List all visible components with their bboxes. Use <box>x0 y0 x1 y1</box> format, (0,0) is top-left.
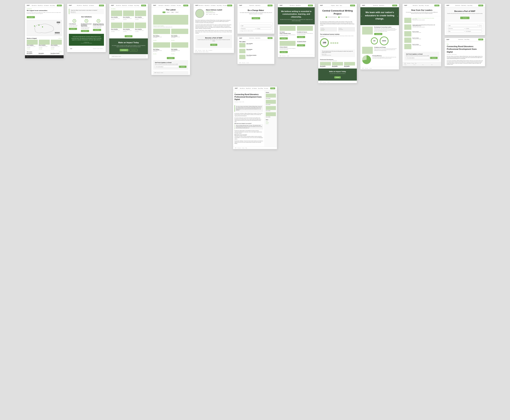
profile-org: National Writing Project <box>206 12 222 13</box>
screen-our-solutions: NWP Who We Are What We Do Our Network Do… <box>67 4 106 52</box>
stat-sites: 000 Sites <box>57 21 60 25</box>
nav-bar-14: NWP Who We Are Story & Blog Donate <box>445 38 485 41</box>
connecting-rural-header: Blog Connecting Rural Educators: Profess… <box>445 41 485 66</box>
related-item-3: Story Headline <box>266 106 276 111</box>
news-item: Blog Post Headline Story Headline Lorem … <box>171 42 188 55</box>
article-title: Connecting Rural Educators: Professional… <box>234 93 263 101</box>
news-grid: News Headline Story Headline Lorem ipsum… <box>151 29 190 55</box>
related-item-2: Story Headline <box>266 100 276 105</box>
quote-2: "I have been involved with the Connectic… <box>69 34 104 45</box>
quote-central-ct: "The most important lesson? Not only are… <box>320 49 355 57</box>
share-label: Share <box>266 119 276 120</box>
nwp-form: ■ Engage■ Connect <box>445 22 485 35</box>
we-believe-hero: We believe writing is essential to commu… <box>278 7 315 24</box>
stat-circle-2: 00000 <box>380 37 389 45</box>
screen-central-ct: NWP Programs Stories About Donate Centra… <box>318 4 357 83</box>
share-facebook[interactable]: Facebook <box>266 122 276 123</box>
load-more-latest-btn[interactable]: Load More <box>167 57 175 59</box>
profile-bio: Elyse Eidman-Aadahl directs the National… <box>194 20 234 35</box>
change-maker-section: Be a Change Maker Your donation helps te… <box>238 7 274 22</box>
make-impact-bottom-ct: Make an Impact Today Lorem ipsum dolor s… <box>318 68 357 81</box>
news-item-1: News HeadlineMonth 00 000 <box>239 43 272 47</box>
stat-circle-1: 000 <box>371 37 378 45</box>
canvas: NWP Who We Are What We Do Our Network St… <box>0 0 510 420</box>
news-item: News Headline Story Headline Lorem ipsum… <box>153 29 170 41</box>
nav-bar-12: NWP Who We Are Story & Blog The Latest D… <box>403 4 441 7</box>
central-ct-header: Central Connecticut Writing Project Prof… <box>318 7 357 20</box>
carousel-next[interactable]: › <box>397 15 398 17</box>
nav-bar-11: NWP Who We Are What We Do Donate <box>360 4 399 7</box>
latest-item: News Headline Month 00 000 <box>27 53 38 54</box>
column-group-2: NWP Who We Are What We Do Story & Blog D… <box>444 4 485 66</box>
load-more-btn[interactable]: Load More <box>125 35 132 37</box>
feature-item: Foundation for Success Lorem ipsum dolor… <box>297 26 313 39</box>
donate-btn-5[interactable]: Donate <box>183 5 188 6</box>
donate-btn-3[interactable]: Donate <box>141 5 146 6</box>
feature-item: A Diverse Network Lorem ipsum dolor sit … <box>280 41 296 53</box>
news-item: News Headline Story Headline Lorem ipsum… <box>153 42 170 55</box>
article-sidebar: Related Story Headline Story Headline St… <box>265 90 277 147</box>
profile-title: Executive Director <box>206 11 222 12</box>
screen-profile: NWP Who We Are What We Do Our Network St… <box>193 4 234 53</box>
screen-change-maker: NWP Who We Are What We Do Donate Be a Ch… <box>237 4 275 34</box>
nav-bar-6: NWP Who We Are What We Do Our Network St… <box>194 4 234 7</box>
donate-btn-14[interactable]: Donate <box>478 39 483 40</box>
email-signup-input[interactable] <box>406 57 429 59</box>
donate-btn-1[interactable]: Donate <box>57 5 62 6</box>
featured-content: Featured Content Headline Lorem ipsum do… <box>151 15 190 29</box>
column-group-1: NWP Who We Are What We Do Donate Be a Ch… <box>237 4 275 64</box>
hear-leaders-header: Hear from Our Leaders From local sites t… <box>403 7 441 16</box>
donate-btn-2[interactable]: Donate <box>99 5 104 6</box>
donate-btn-12[interactable]: Donate <box>434 5 439 6</box>
leader-item-1: Connecting Rural Educators: Professional… <box>404 18 439 23</box>
carousel-prev[interactable]: ‹ <box>361 15 362 17</box>
related-item-1: Story Headline <box>266 94 276 99</box>
screen-the-latest: NWP Who We Are What We Do Our Network Th… <box>151 4 190 75</box>
join-nwp-btn[interactable]: Join Now <box>460 17 470 19</box>
subscribe-btn-2[interactable]: Subscribe <box>430 57 438 59</box>
latest-item: Blog Headline Month 00 000 <box>39 53 50 54</box>
stories-grid-bottom: Story HeadlineLorem ipsum dolor sit amet… <box>109 22 148 33</box>
stories-header: Our Stories <box>109 7 148 10</box>
section-efficiency: Proving Efficiency The national network … <box>362 55 397 64</box>
features-section: Our Impact Unique in Breadth & Scale Lor… <box>278 24 315 54</box>
footer-1: NWP Resources Contact Sitemap <box>25 55 64 58</box>
donate-btn-10[interactable]: Donate <box>350 5 355 6</box>
give-once-btn[interactable]: Give Once <box>129 49 138 51</box>
nav-bar-7: NWP Who We Are What We Do Donate <box>238 4 274 7</box>
section-developing: Developing & Connecting Leaders Writing … <box>362 27 397 35</box>
nav-bar-9: NWP Who We Are What We Do Donate <box>278 4 315 7</box>
solutions-section: Our Solutions A Vast Network Lorem ipsum… <box>67 15 106 33</box>
donate-btn-9[interactable]: Donate <box>308 5 313 6</box>
story-item: Story HeadlineLorem ipsum dolor sit amet… <box>111 22 122 32</box>
donate-btn-7[interactable]: Donate <box>268 5 272 6</box>
donate-btn-11[interactable]: Donate <box>392 5 397 6</box>
screen-stories-grid: NWP Who We Are What We Do Our Network St… <box>109 4 148 59</box>
make-impact-heading: Make an Impact Today <box>112 41 145 44</box>
donate-btn-8[interactable]: Donate <box>268 37 272 39</box>
carousel: We team with our nation's educators to c… <box>360 7 399 25</box>
donation-org-input[interactable] <box>240 25 271 27</box>
email-input[interactable] <box>155 66 178 68</box>
solution-item: A Vast Network Lorem ipsum dolor sit ame… <box>69 19 80 32</box>
story-item: Story HeadlineLorem ipsum dolor sit amet… <box>123 22 134 32</box>
donate-btn-13[interactable]: Donate <box>478 5 483 6</box>
donate-btn-15[interactable]: Donate <box>270 88 275 89</box>
share-linkedin[interactable]: LinkedIn <box>266 123 276 124</box>
article-intro-quote: "Kim Jones, director of the Northern Cal… <box>234 105 263 112</box>
donate-btn-6[interactable]: Donate <box>227 5 232 6</box>
donate-now-btn[interactable]: Donate Now <box>252 17 260 19</box>
nav-bar-3: NWP Who We Are What We Do Our Network St… <box>109 4 148 7</box>
nav-bar-2: NWP Who We Are What We Do Our Network Do… <box>67 4 106 7</box>
share-twitter[interactable]: Twitter <box>266 121 276 122</box>
news-item-3: Press Release HeadlineMonth 00 000 <box>239 55 272 59</box>
give-monthly-btn[interactable]: Give Monthly <box>120 49 128 51</box>
solution-item: Providing Professional Development Oppor… <box>81 19 92 32</box>
latest-section-1: The Latest All Posts News Headline Month… <box>25 51 64 55</box>
learn-more-btn-1[interactable]: Learn More <box>27 16 35 18</box>
related-label: Related <box>266 92 276 93</box>
subscribe-btn[interactable]: Subscribe <box>179 66 187 68</box>
screen-latest-small: NWP Who We Are What We Do Donate The Lat… <box>237 36 275 64</box>
nav-bar-13: NWP Who We Are What We Do Story & Blog D… <box>445 4 485 7</box>
join-now-btn[interactable]: Join Now <box>210 44 218 46</box>
